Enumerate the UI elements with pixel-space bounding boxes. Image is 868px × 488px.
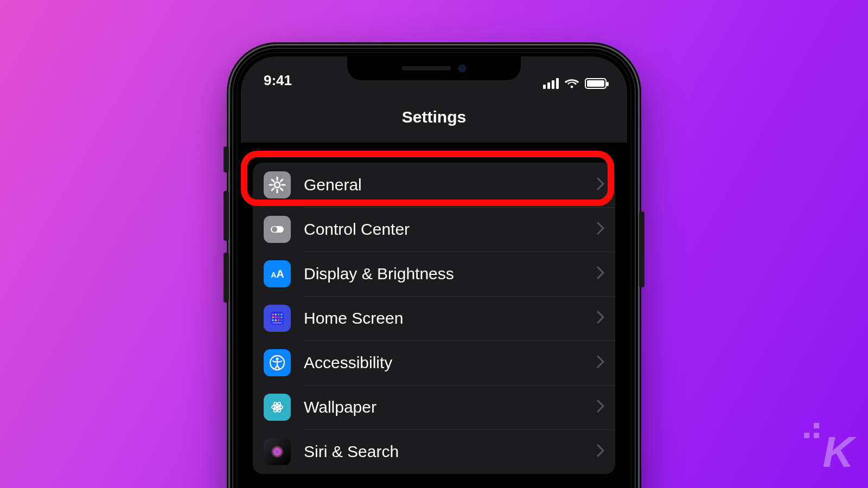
gear-icon [264,171,291,198]
chevron-right-icon [597,311,604,326]
watermark: K [822,427,852,477]
page-title: Settings [402,108,466,126]
volume-down-button[interactable] [224,253,229,303]
settings-row-label: Display & Brightness [304,265,584,283]
svg-point-18 [278,317,280,319]
svg-point-22 [278,319,280,322]
svg-point-34 [271,446,283,458]
chevron-right-icon [597,222,604,237]
svg-point-13 [275,313,277,316]
settings-row-label: Control Center [304,220,584,239]
accessibility-icon [264,349,291,376]
chevron-right-icon [597,400,604,415]
settings-row-display-brightness[interactable]: AADisplay & Brightness [253,252,615,296]
chevron-right-icon [597,177,604,192]
svg-point-17 [275,317,277,319]
svg-point-19 [280,317,283,319]
siri-icon [264,438,291,465]
settings-row-accessibility[interactable]: Accessibility [253,341,615,385]
settings-row-label: Home Screen [304,309,584,328]
settings-group: GeneralControl CenterAADisplay & Brightn… [253,163,615,474]
settings-row-label: Accessibility [304,354,584,372]
svg-line-8 [280,179,283,182]
settings-row-label: General [304,176,584,194]
settings-row-wallpaper[interactable]: Wallpaper [253,385,615,429]
settings-row-siri-search[interactable]: Siri & Search [253,429,615,474]
earpiece-speaker [402,66,451,70]
settings-row-control-center[interactable]: Control Center [253,207,615,252]
home-grid-icon [264,305,291,332]
svg-rect-24 [272,322,282,324]
flower-icon [264,394,291,421]
chevron-right-icon [597,444,604,459]
battery-icon [585,78,607,89]
svg-point-10 [272,227,277,232]
cellular-signal-icon [543,78,559,89]
svg-point-12 [272,313,274,316]
svg-point-16 [272,317,274,319]
chevron-right-icon [597,355,604,370]
svg-point-15 [280,313,283,316]
power-button[interactable] [639,211,644,287]
svg-line-2 [280,188,283,190]
navbar: Settings [241,91,627,143]
phone-frame: 9:41 Settings GeneralControl CenterAADis… [233,49,635,488]
svg-point-0 [275,182,280,188]
svg-line-4 [272,188,274,190]
switch-icon [264,216,291,243]
svg-point-33 [276,406,278,408]
settings-row-home-screen[interactable]: Home Screen [253,296,615,341]
settings-list[interactable]: GeneralControl CenterAADisplay & Brightn… [241,143,627,488]
front-camera [458,65,466,72]
svg-line-6 [272,179,274,182]
svg-point-20 [272,319,274,322]
settings-row-general[interactable]: General [253,163,615,207]
chevron-right-icon [597,266,604,281]
wifi-icon [564,78,579,89]
svg-point-14 [278,313,280,316]
svg-point-23 [280,319,283,322]
settings-row-label: Siri & Search [304,442,584,461]
text-size-icon: AA [264,260,291,287]
svg-point-26 [276,357,278,360]
status-time: 9:41 [264,72,292,89]
volume-up-button[interactable] [224,191,229,241]
mute-switch[interactable] [224,146,229,172]
settings-row-label: Wallpaper [304,398,584,416]
notch [347,56,521,80]
screen: 9:41 Settings GeneralControl CenterAADis… [241,56,627,488]
svg-point-21 [275,319,277,322]
